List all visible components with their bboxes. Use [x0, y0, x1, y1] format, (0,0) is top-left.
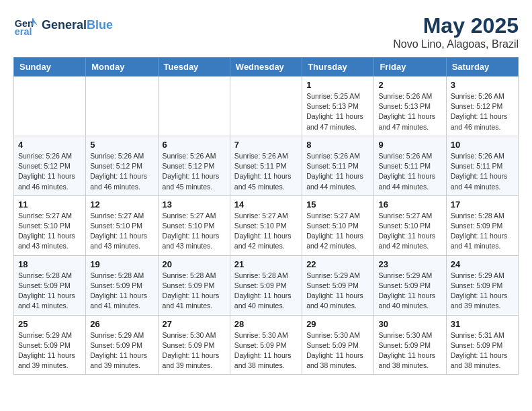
day-info: Sunrise: 5:28 AM Sunset: 5:09 PM Dayligh… — [163, 271, 226, 312]
calendar-cell: 1Sunrise: 5:25 AM Sunset: 5:13 PM Daylig… — [302, 77, 374, 136]
day-number: 26 — [90, 319, 153, 329]
day-info: Sunrise: 5:27 AM Sunset: 5:10 PM Dayligh… — [378, 211, 441, 252]
day-number: 24 — [451, 259, 514, 269]
day-info: Sunrise: 5:28 AM Sunset: 5:09 PM Dayligh… — [90, 271, 153, 312]
day-number: 5 — [90, 140, 153, 150]
day-number: 2 — [378, 80, 441, 90]
day-info: Sunrise: 5:29 AM Sunset: 5:09 PM Dayligh… — [306, 271, 369, 312]
calendar-cell: 7Sunrise: 5:26 AM Sunset: 5:11 PM Daylig… — [230, 136, 302, 195]
day-number: 12 — [90, 199, 153, 210]
day-info: Sunrise: 5:25 AM Sunset: 5:13 PM Dayligh… — [306, 91, 369, 132]
calendar-week-row: 11Sunrise: 5:27 AM Sunset: 5:10 PM Dayli… — [14, 195, 519, 255]
day-number: 17 — [451, 199, 514, 210]
weekday-header-monday: Monday — [86, 58, 158, 77]
page-header: Gen eral GeneralBlue May 2025 Novo Lino,… — [13, 13, 519, 50]
calendar-cell: 25Sunrise: 5:29 AM Sunset: 5:09 PM Dayli… — [14, 315, 86, 375]
weekday-header-wednesday: Wednesday — [230, 58, 302, 77]
day-number: 31 — [451, 319, 514, 329]
calendar-week-row: 18Sunrise: 5:28 AM Sunset: 5:09 PM Dayli… — [14, 255, 519, 315]
location-subtitle: Novo Lino, Alagoas, Brazil — [393, 38, 519, 50]
weekday-header-sunday: Sunday — [14, 58, 86, 77]
calendar-cell — [230, 77, 302, 136]
day-info: Sunrise: 5:30 AM Sunset: 5:09 PM Dayligh… — [378, 330, 441, 371]
day-number: 23 — [378, 259, 441, 269]
day-info: Sunrise: 5:26 AM Sunset: 5:11 PM Dayligh… — [378, 151, 441, 192]
calendar-cell: 18Sunrise: 5:28 AM Sunset: 5:09 PM Dayli… — [14, 255, 86, 315]
day-number: 18 — [18, 259, 81, 269]
calendar-cell: 4Sunrise: 5:26 AM Sunset: 5:12 PM Daylig… — [14, 136, 86, 195]
calendar-cell: 6Sunrise: 5:26 AM Sunset: 5:12 PM Daylig… — [158, 136, 230, 195]
svg-text:eral: eral — [15, 26, 32, 37]
calendar-table: SundayMondayTuesdayWednesdayThursdayFrid… — [13, 57, 519, 375]
day-info: Sunrise: 5:28 AM Sunset: 5:09 PM Dayligh… — [18, 271, 81, 312]
calendar-cell: 22Sunrise: 5:29 AM Sunset: 5:09 PM Dayli… — [302, 255, 374, 315]
weekday-header-saturday: Saturday — [446, 58, 518, 77]
day-number: 14 — [234, 199, 298, 210]
calendar-cell — [86, 77, 158, 136]
calendar-cell: 5Sunrise: 5:26 AM Sunset: 5:12 PM Daylig… — [86, 136, 158, 195]
day-info: Sunrise: 5:27 AM Sunset: 5:10 PM Dayligh… — [306, 211, 369, 252]
svg-marker-2 — [33, 18, 38, 26]
day-number: 27 — [163, 319, 226, 329]
day-number: 11 — [18, 199, 81, 210]
day-info: Sunrise: 5:29 AM Sunset: 5:09 PM Dayligh… — [378, 271, 441, 312]
day-info: Sunrise: 5:28 AM Sunset: 5:09 PM Dayligh… — [234, 271, 298, 312]
day-info: Sunrise: 5:30 AM Sunset: 5:09 PM Dayligh… — [306, 330, 369, 371]
day-info: Sunrise: 5:29 AM Sunset: 5:09 PM Dayligh… — [451, 271, 514, 312]
day-number: 4 — [18, 140, 81, 150]
calendar-week-row: 25Sunrise: 5:29 AM Sunset: 5:09 PM Dayli… — [14, 315, 519, 375]
day-number: 8 — [306, 140, 369, 150]
day-number: 20 — [163, 259, 226, 269]
day-info: Sunrise: 5:30 AM Sunset: 5:09 PM Dayligh… — [234, 330, 298, 371]
day-number: 15 — [306, 199, 369, 210]
day-info: Sunrise: 5:26 AM Sunset: 5:11 PM Dayligh… — [234, 151, 298, 192]
calendar-cell: 10Sunrise: 5:26 AM Sunset: 5:11 PM Dayli… — [446, 136, 518, 195]
day-info: Sunrise: 5:26 AM Sunset: 5:11 PM Dayligh… — [306, 151, 369, 192]
day-number: 22 — [306, 259, 369, 269]
calendar-cell: 29Sunrise: 5:30 AM Sunset: 5:09 PM Dayli… — [302, 315, 374, 375]
day-number: 13 — [163, 199, 226, 210]
day-number: 6 — [163, 140, 226, 150]
day-info: Sunrise: 5:28 AM Sunset: 5:09 PM Dayligh… — [451, 211, 514, 252]
day-info: Sunrise: 5:27 AM Sunset: 5:10 PM Dayligh… — [163, 211, 226, 252]
day-info: Sunrise: 5:26 AM Sunset: 5:12 PM Dayligh… — [18, 151, 81, 192]
calendar-cell: 28Sunrise: 5:30 AM Sunset: 5:09 PM Dayli… — [230, 315, 302, 375]
calendar-cell: 31Sunrise: 5:31 AM Sunset: 5:09 PM Dayli… — [446, 315, 518, 375]
day-info: Sunrise: 5:29 AM Sunset: 5:09 PM Dayligh… — [90, 330, 153, 371]
logo: Gen eral GeneralBlue — [13, 13, 113, 38]
calendar-cell: 19Sunrise: 5:28 AM Sunset: 5:09 PM Dayli… — [86, 255, 158, 315]
day-number: 1 — [306, 80, 369, 90]
calendar-cell: 14Sunrise: 5:27 AM Sunset: 5:10 PM Dayli… — [230, 195, 302, 255]
day-number: 19 — [90, 259, 153, 269]
day-info: Sunrise: 5:26 AM Sunset: 5:11 PM Dayligh… — [451, 151, 514, 192]
calendar-cell: 15Sunrise: 5:27 AM Sunset: 5:10 PM Dayli… — [302, 195, 374, 255]
calendar-cell: 3Sunrise: 5:26 AM Sunset: 5:12 PM Daylig… — [446, 77, 518, 136]
title-block: May 2025 Novo Lino, Alagoas, Brazil — [393, 13, 519, 50]
calendar-cell: 17Sunrise: 5:28 AM Sunset: 5:09 PM Dayli… — [446, 195, 518, 255]
calendar-cell: 8Sunrise: 5:26 AM Sunset: 5:11 PM Daylig… — [302, 136, 374, 195]
weekday-header-friday: Friday — [374, 58, 446, 77]
calendar-cell: 11Sunrise: 5:27 AM Sunset: 5:10 PM Dayli… — [14, 195, 86, 255]
weekday-header-row: SundayMondayTuesdayWednesdayThursdayFrid… — [14, 58, 519, 77]
calendar-cell: 21Sunrise: 5:28 AM Sunset: 5:09 PM Dayli… — [230, 255, 302, 315]
month-title: May 2025 — [393, 13, 519, 38]
calendar-cell: 20Sunrise: 5:28 AM Sunset: 5:09 PM Dayli… — [158, 255, 230, 315]
day-number: 16 — [378, 199, 441, 210]
day-info: Sunrise: 5:26 AM Sunset: 5:12 PM Dayligh… — [90, 151, 153, 192]
calendar-week-row: 4Sunrise: 5:26 AM Sunset: 5:12 PM Daylig… — [14, 136, 519, 195]
day-number: 29 — [306, 319, 369, 329]
day-info: Sunrise: 5:29 AM Sunset: 5:09 PM Dayligh… — [18, 330, 81, 371]
calendar-cell — [14, 77, 86, 136]
day-info: Sunrise: 5:26 AM Sunset: 5:12 PM Dayligh… — [163, 151, 226, 192]
day-info: Sunrise: 5:26 AM Sunset: 5:12 PM Dayligh… — [451, 91, 514, 132]
day-number: 30 — [378, 319, 441, 329]
day-number: 25 — [18, 319, 81, 329]
calendar-week-row: 1Sunrise: 5:25 AM Sunset: 5:13 PM Daylig… — [14, 77, 519, 136]
day-number: 9 — [378, 140, 441, 150]
day-info: Sunrise: 5:27 AM Sunset: 5:10 PM Dayligh… — [234, 211, 298, 252]
calendar-cell: 24Sunrise: 5:29 AM Sunset: 5:09 PM Dayli… — [446, 255, 518, 315]
weekday-header-thursday: Thursday — [302, 58, 374, 77]
calendar-cell: 30Sunrise: 5:30 AM Sunset: 5:09 PM Dayli… — [374, 315, 446, 375]
day-info: Sunrise: 5:27 AM Sunset: 5:10 PM Dayligh… — [90, 211, 153, 252]
calendar-cell: 2Sunrise: 5:26 AM Sunset: 5:13 PM Daylig… — [374, 77, 446, 136]
